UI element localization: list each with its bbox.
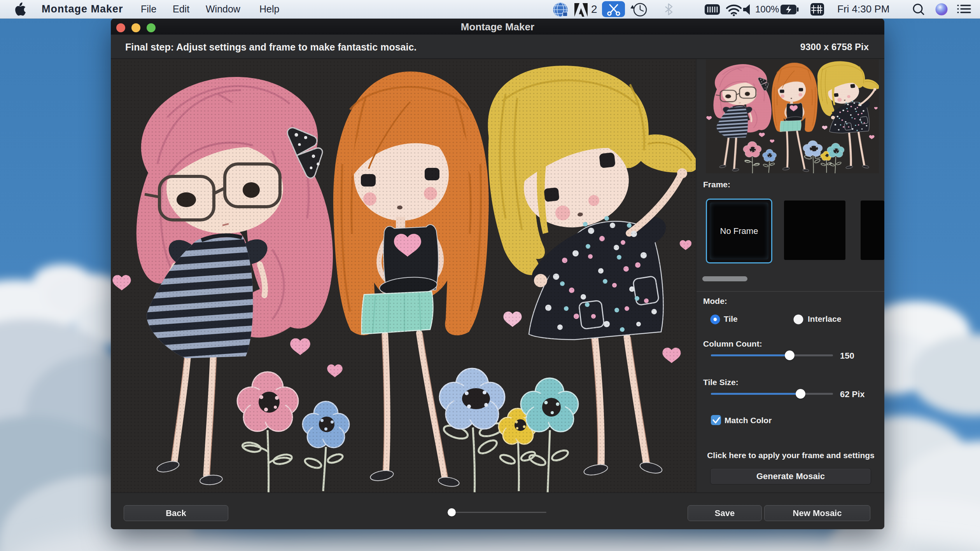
svg-text:2: 2	[591, 3, 597, 15]
